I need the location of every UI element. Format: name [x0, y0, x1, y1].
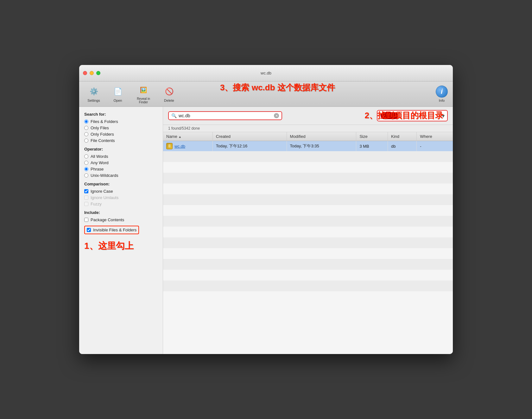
info-icon: i — [436, 86, 448, 98]
cell-size: 3 MB — [356, 141, 388, 151]
ignore-umlauts-label: Ignore Umlauts — [91, 195, 118, 200]
radio-unix-wildcards[interactable]: Unix-Wildcards — [84, 173, 158, 178]
search-icon: 🔍 — [171, 113, 177, 118]
radio-only-files[interactable]: Only Files — [84, 126, 158, 130]
open-label: Open — [114, 99, 122, 102]
radio-only-folders[interactable]: Only Folders — [84, 132, 158, 137]
main-window: wc.db ⚙️ Settings 📄 Open 🖼️ Reveal in Fi… — [79, 65, 453, 354]
radio-phrase[interactable]: Phrase — [84, 167, 158, 171]
search-bar: 🔍 ✕ ▾ — [163, 107, 453, 125]
col-modified[interactable]: Modified — [287, 132, 356, 141]
col-modified-label: Modified — [290, 134, 306, 139]
file-contents-label: File Contents — [91, 138, 115, 143]
all-words-label: All Words — [91, 154, 108, 159]
fuzzy-label: Fuzzy — [91, 202, 102, 206]
radio-any-word[interactable]: Any Word — [84, 160, 158, 165]
search-input-wrapper: 🔍 ✕ — [168, 111, 282, 120]
table-row — [163, 205, 453, 216]
invisible-files-box: Invisible Files & Folders — [84, 226, 139, 234]
table-row — [163, 259, 453, 270]
files-folders-label: Files & Folders — [91, 119, 118, 124]
include-title: Include: — [84, 210, 158, 215]
table-row — [163, 151, 453, 162]
window-title: wc.db — [261, 71, 271, 75]
reveal-icon: 🖼️ — [137, 84, 149, 96]
search-for-title: Search for: — [84, 112, 158, 117]
unix-wildcards-label: Unix-Wildcards — [91, 173, 118, 178]
checkbox-ignore-case[interactable]: Ignore Case — [84, 189, 158, 194]
col-where[interactable]: Where — [417, 132, 453, 141]
col-kind[interactable]: Kind — [388, 132, 417, 141]
table-row — [163, 237, 453, 248]
toolbar: ⚙️ Settings 📄 Open 🖼️ Reveal in Finder 🚫… — [79, 81, 453, 107]
titlebar: wc.db — [79, 65, 453, 81]
open-button[interactable]: 📄 Open — [108, 86, 127, 102]
any-word-label: Any Word — [91, 160, 109, 165]
reveal-button[interactable]: 🖼️ Reveal in Finder — [132, 84, 155, 104]
close-button[interactable] — [83, 71, 87, 75]
ignore-case-label: Ignore Case — [91, 189, 113, 194]
file-table: Name ▲ Created Modified Size — [163, 132, 453, 302]
delete-button[interactable]: 🚫 Delete — [160, 86, 179, 102]
reveal-label: Reveal in Finder — [132, 97, 155, 104]
table-row — [163, 173, 453, 184]
only-files-label: Only Files — [91, 126, 109, 130]
main-panel: 🔍 ✕ ▾ 2、找到项目的根目录 1 found/5342 do — [163, 107, 453, 354]
table-row — [163, 162, 453, 173]
checkbox-fuzzy[interactable]: Fuzzy — [84, 202, 158, 206]
col-size-label: Size — [359, 134, 367, 139]
location-selector[interactable]: ▾ — [377, 110, 448, 121]
search-bar-wrapper: 🔍 ✕ ▾ 2、找到项目的根目录 — [163, 107, 453, 125]
cell-kind: db — [388, 141, 417, 151]
cell-where: - — [417, 141, 453, 151]
minimize-button[interactable] — [90, 71, 94, 75]
col-created-label: Created — [216, 134, 231, 139]
phrase-label: Phrase — [91, 167, 104, 171]
content-area: Search for: Files & Folders Only Files O… — [79, 107, 453, 354]
info-label: Info — [439, 99, 445, 102]
clear-search-button[interactable]: ✕ — [274, 113, 279, 118]
settings-button[interactable]: ⚙️ Settings — [84, 86, 103, 102]
table-row[interactable]: 🗄 wc.db Today, 下午12:16 Today, 下午3:35 3 M… — [163, 141, 453, 151]
comparison-title: Comparison: — [84, 182, 158, 186]
col-size[interactable]: Size — [356, 132, 388, 141]
info-button[interactable]: i Info — [436, 86, 448, 102]
radio-files-folders[interactable]: Files & Folders — [84, 119, 158, 124]
status-bar: 1 found/5342 done — [163, 125, 453, 132]
table-header-row: Name ▲ Created Modified Size — [163, 132, 453, 141]
checkbox-invisible-files[interactable]: Invisible Files & Folders — [87, 228, 136, 232]
sort-arrow-name: ▲ — [178, 135, 181, 139]
annotation-3: 3、搜索 wc.db 这个数据库文件 — [220, 82, 335, 93]
sidebar: Search for: Files & Folders Only Files O… — [79, 107, 163, 354]
settings-label: Settings — [87, 99, 100, 102]
col-kind-label: Kind — [391, 134, 399, 139]
table-row — [163, 270, 453, 280]
table-row — [163, 194, 453, 205]
settings-icon: ⚙️ — [88, 86, 100, 98]
table-row — [163, 227, 453, 237]
maximize-button[interactable] — [96, 71, 100, 75]
table-row — [163, 291, 453, 302]
table-row — [163, 184, 453, 194]
delete-label: Delete — [164, 99, 174, 102]
checkbox-ignore-umlauts[interactable]: Ignore Umlauts — [84, 195, 158, 200]
file-icon-wrapper: 🗄 wc.db — [166, 143, 185, 149]
col-name[interactable]: Name ▲ — [163, 132, 212, 141]
cell-created: Today, 下午12:16 — [212, 141, 287, 151]
table-row — [163, 216, 453, 227]
cell-modified: Today, 下午3:35 — [287, 141, 356, 151]
radio-file-contents[interactable]: File Contents — [84, 138, 158, 143]
results-table: Name ▲ Created Modified Size — [163, 132, 453, 354]
db-file-icon: 🗄 — [166, 143, 173, 149]
search-input[interactable] — [179, 113, 267, 118]
radio-all-words[interactable]: All Words — [84, 154, 158, 159]
open-icon: 📄 — [112, 86, 124, 98]
table-row — [163, 280, 453, 291]
checkbox-package-contents[interactable]: Package Contents — [84, 217, 158, 222]
col-where-label: Where — [420, 134, 432, 139]
file-name: wc.db — [174, 144, 185, 149]
traffic-lights — [83, 71, 100, 75]
col-created[interactable]: Created — [212, 132, 287, 141]
operator-title: Operator: — [84, 147, 158, 151]
delete-icon: 🚫 — [163, 86, 175, 98]
